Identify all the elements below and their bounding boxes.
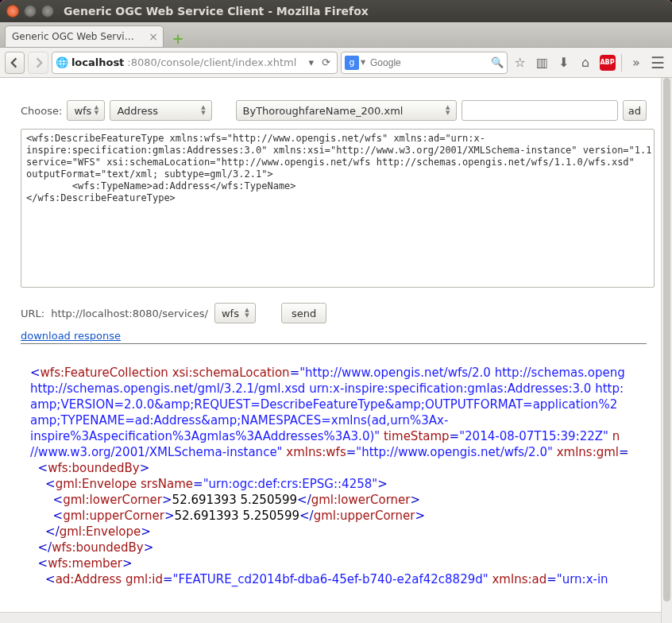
spinner-icon: ▲▼ bbox=[199, 103, 208, 118]
response-body: <wfs:FeatureCollection xsi:schemaLocatio… bbox=[21, 349, 647, 587]
url-bar[interactable]: 🌐 localhost:8080/console/client/index.xh… bbox=[52, 52, 338, 74]
spinner-icon: ▲▼ bbox=[91, 103, 101, 118]
site-identity-icon[interactable]: 🌐 bbox=[56, 56, 68, 68]
service-select[interactable]: wfs ▲▼ bbox=[67, 100, 105, 121]
window-titlebar: Generic OGC Web Service Client - Mozilla… bbox=[0, 0, 672, 22]
bookmark-star-icon[interactable]: ☆ bbox=[511, 52, 529, 74]
window-title: Generic OGC Web Service Client - Mozilla… bbox=[64, 5, 369, 17]
window-maximize-button[interactable] bbox=[41, 5, 54, 17]
file-select[interactable]: ByThoroughfareName_200.xml ▲▼ bbox=[236, 100, 457, 121]
home-icon[interactable]: ⌂ bbox=[576, 52, 594, 74]
add-button[interactable]: ad bbox=[623, 100, 647, 121]
url-label: URL: bbox=[21, 308, 44, 319]
url-host: localhost bbox=[71, 56, 124, 68]
content-viewport: Choose: wfs ▲▼ Address ▲▼ ByThoroughfare… bbox=[0, 78, 672, 623]
spinner-icon: ▲▼ bbox=[443, 103, 453, 118]
search-engine-dropdown-icon[interactable]: ▼ bbox=[361, 59, 365, 66]
overflow-icon[interactable]: » bbox=[627, 52, 645, 74]
url-service-select[interactable]: wfs ▲▼ bbox=[214, 303, 256, 323]
url-base: http://localhost:8080/services/ bbox=[51, 308, 208, 319]
forward-button[interactable] bbox=[28, 52, 48, 74]
tab-label: Generic OGC Web Servi… bbox=[12, 31, 134, 42]
send-button[interactable]: send bbox=[281, 303, 326, 323]
page-content: Choose: wfs ▲▼ Address ▲▼ ByThoroughfare… bbox=[0, 78, 661, 612]
firefox-window: Generic OGC Web Service Client - Mozilla… bbox=[0, 0, 672, 623]
tab-close-icon[interactable]: × bbox=[149, 30, 158, 43]
tab-strip: Generic OGC Web Servi… × + bbox=[0, 22, 672, 48]
scrollbar-thumb[interactable] bbox=[663, 78, 670, 602]
choose-label: Choose: bbox=[21, 105, 62, 117]
search-engine-icon[interactable]: g bbox=[345, 56, 359, 70]
reader-icon[interactable]: ▥ bbox=[532, 52, 550, 74]
downloads-icon[interactable]: ⬇ bbox=[554, 52, 573, 74]
url-history-dropdown-icon[interactable]: ▾ bbox=[307, 56, 315, 68]
url-path: :8080/console/client/index.xhtml bbox=[127, 56, 296, 68]
download-response-link[interactable]: download response bbox=[21, 330, 121, 342]
search-input[interactable] bbox=[369, 56, 491, 69]
search-bar[interactable]: g ▼ 🔍 bbox=[341, 52, 508, 74]
window-close-button[interactable] bbox=[6, 5, 19, 17]
reload-icon[interactable]: ⟳ bbox=[319, 56, 334, 68]
browser-tab[interactable]: Generic OGC Web Servi… × bbox=[5, 25, 164, 47]
new-tab-button[interactable]: + bbox=[168, 29, 187, 47]
url-row: URL: http://localhost:8080/services/ wfs… bbox=[21, 303, 647, 323]
hamburger-menu-icon[interactable]: ☰ bbox=[649, 52, 667, 74]
search-go-icon[interactable]: 🔍 bbox=[491, 56, 504, 68]
separator bbox=[21, 343, 647, 344]
choose-row: Choose: wfs ▲▼ Address ▲▼ ByThoroughfare… bbox=[21, 100, 647, 121]
type-select[interactable]: Address ▲▼ bbox=[110, 100, 211, 121]
vertical-scrollbar[interactable] bbox=[661, 78, 672, 623]
horizontal-scrollbar[interactable] bbox=[0, 612, 661, 623]
window-minimize-button[interactable] bbox=[24, 5, 37, 17]
filter-input[interactable] bbox=[462, 100, 618, 121]
nav-toolbar: 🌐 localhost:8080/console/client/index.xh… bbox=[0, 48, 672, 78]
request-body-textarea[interactable] bbox=[21, 129, 655, 288]
back-button[interactable] bbox=[5, 52, 25, 74]
adblock-icon[interactable]: ABP bbox=[598, 52, 616, 74]
spinner-icon: ▲▼ bbox=[242, 305, 252, 321]
toolbar-divider bbox=[621, 54, 622, 72]
